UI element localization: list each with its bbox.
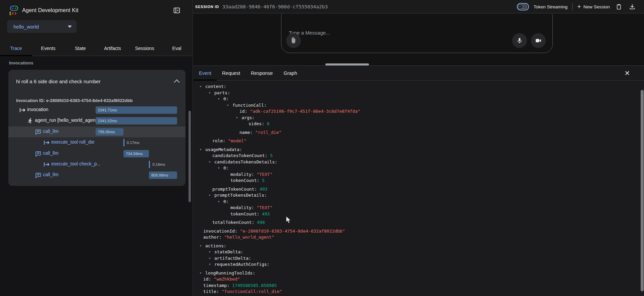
- tab-eval[interactable]: Eval: [161, 41, 193, 56]
- json-toggle-icon[interactable]: ▼: [209, 159, 214, 165]
- trace-span-call_llm[interactable]: call_llm809.99ms: [8, 170, 185, 181]
- attach-file-button[interactable]: [286, 33, 301, 48]
- json-value: "wmZhkbed": [214, 277, 240, 282]
- json-key: invocationId:: [203, 229, 237, 234]
- trace-span-label: agent_run [hello_world_agent]: [35, 117, 98, 123]
- json-toggle-icon[interactable]: ▼: [200, 84, 205, 90]
- json-toggle-icon[interactable]: ▼: [227, 102, 232, 109]
- invocation-card: hi roll a 6 side dice and check number I…: [8, 70, 185, 186]
- trace-span-execute_tool[interactable]: execute_tool roll_die0.17ms: [8, 137, 185, 148]
- app-title: Agent Development Kit: [22, 7, 78, 13]
- json-key: 0:: [223, 96, 229, 101]
- trace-span-label: invocation: [27, 107, 48, 112]
- json-toggle-icon[interactable]: ▼: [200, 270, 205, 277]
- json-toggle-icon[interactable]: ▼: [200, 147, 205, 153]
- trace-duration-bar: 795.05ms: [96, 128, 123, 136]
- detail-tab-response[interactable]: Response: [246, 66, 278, 80]
- trace-span-label: call_llm: [43, 172, 59, 177]
- json-value: "adk-caf25106-f0c7-451f-86e4-3c6d7e8f4fd…: [250, 109, 360, 114]
- json-line: author: "hello_world_agent": [193, 234, 639, 241]
- app-select[interactable]: hello_world: [7, 20, 76, 33]
- json-value: 6: [267, 121, 270, 126]
- json-key: id:: [203, 277, 211, 282]
- json-key: modality:: [230, 205, 254, 210]
- trace-duration-bar: [123, 139, 124, 146]
- close-detail-button[interactable]: ✕: [622, 68, 633, 79]
- trace-duration-label: 0.17ms: [127, 139, 140, 146]
- json-value: 493: [262, 211, 270, 216]
- message-input[interactable]: [289, 30, 497, 36]
- trace-span-label: execute_tool roll_die: [51, 139, 94, 145]
- tab-state[interactable]: State: [64, 41, 97, 56]
- detail-tab-request[interactable]: Request: [217, 66, 246, 80]
- runner-icon: [27, 118, 34, 124]
- json-line: ▼stateDelta:: [193, 249, 639, 255]
- json-line: ▼actions:: [193, 243, 639, 249]
- json-line: title: "functionCall:roll_die": [193, 289, 639, 295]
- mic-button[interactable]: [512, 33, 527, 48]
- json-toggle-icon[interactable]: ▼: [209, 90, 214, 96]
- trace-duration-bar: 734.59ms: [123, 150, 149, 157]
- json-line: ▼usageMetadata:: [193, 147, 639, 153]
- main-panel: SESSION ID 33aad288-9846-46f6-980d-cf555…: [193, 0, 644, 296]
- json-key: parts:: [214, 90, 230, 95]
- json-line: ▼longRunningToolIds:: [193, 270, 639, 277]
- json-key: actions:: [205, 243, 226, 248]
- videocam-icon: [535, 37, 542, 44]
- video-button[interactable]: [531, 33, 546, 48]
- json-key: stateDelta:: [214, 249, 243, 254]
- chat-icon: [35, 129, 42, 135]
- new-session-button[interactable]: + New Session: [577, 4, 610, 10]
- message-composer: [281, 13, 553, 53]
- json-toggle-icon[interactable]: ▼: [209, 255, 214, 262]
- json-toggle-icon[interactable]: ▼: [209, 249, 214, 255]
- json-line: ▼0:: [193, 165, 639, 171]
- invocations-label: Invocations: [9, 60, 33, 65]
- json-line: timestamp: 1749586585.858985: [193, 283, 639, 289]
- sidebar-scrollbar[interactable]: [189, 111, 191, 202]
- detail-tab-event[interactable]: Event: [194, 66, 217, 80]
- tab-artifacts[interactable]: Artifacts: [97, 41, 129, 56]
- json-key: totalTokenCount:: [212, 220, 254, 225]
- trace-span-agent_run[interactable]: agent_run [hello_world_agent]2341.52ms: [8, 115, 185, 126]
- json-line: candidatesTokenCount: 5: [193, 153, 639, 159]
- collapse-sidebar-button[interactable]: [172, 5, 182, 15]
- trace-duration-bar: 2341.71ms: [96, 106, 177, 114]
- sidebar: Agent Development Kit hello_world TraceE…: [0, 0, 193, 296]
- json-key: requestedAuthConfigs:: [214, 262, 269, 267]
- detail-tab-graph[interactable]: Graph: [278, 66, 302, 80]
- trace-span-execute_tool[interactable]: execute_tool check_p...0.16ms: [8, 159, 185, 170]
- token-streaming-toggle[interactable]: −: [517, 3, 529, 10]
- json-toggle-icon[interactable]: ▼: [236, 115, 241, 121]
- arrow-right-icon: [44, 140, 50, 146]
- json-toggle-icon[interactable]: ▼: [209, 261, 214, 268]
- download-session-button[interactable]: [628, 2, 637, 11]
- invocation-header[interactable]: hi roll a 6 side dice and check number: [16, 77, 179, 85]
- chat-icon: [35, 151, 42, 157]
- json-line: promptTokenCount: 493: [193, 186, 639, 193]
- json-toggle-icon[interactable]: ▼: [209, 192, 214, 199]
- json-key: functionCall:: [232, 103, 267, 108]
- tab-sessions[interactable]: Sessions: [128, 41, 161, 56]
- chat-area: [193, 13, 644, 66]
- delete-session-button[interactable]: [614, 2, 623, 11]
- json-toggle-icon[interactable]: ▼: [218, 96, 223, 102]
- horizontal-scrollbar[interactable]: [325, 63, 369, 65]
- json-key: candidatesTokenCount:: [212, 153, 267, 158]
- session-id-label: SESSION ID: [195, 5, 219, 9]
- json-line: ▼content:: [193, 84, 639, 90]
- trace-span-label: execute_tool check_p...: [51, 161, 101, 166]
- tab-events[interactable]: Events: [32, 41, 64, 56]
- trace-span-invocation[interactable]: invocation2341.71ms: [8, 105, 185, 115]
- json-toggle-icon[interactable]: ▼: [218, 165, 223, 171]
- invocation-id: Invocation ID: e-2808fd10-6383-4754-8de4…: [16, 98, 133, 103]
- trace-span-call_llm[interactable]: call_llm734.59ms: [8, 148, 185, 159]
- json-toggle-icon[interactable]: ▼: [200, 243, 205, 249]
- trace-span-call_llm[interactable]: call_llm795.05ms: [8, 127, 185, 137]
- tab-trace[interactable]: Trace: [0, 41, 32, 56]
- json-line: ▼candidatesTokensDetails:: [193, 159, 639, 165]
- delete-icon: [615, 3, 622, 10]
- detail-scrollbar[interactable]: [641, 90, 644, 291]
- json-toggle-icon[interactable]: ▼: [218, 199, 223, 205]
- json-line: modality: "TEXT": [193, 171, 639, 178]
